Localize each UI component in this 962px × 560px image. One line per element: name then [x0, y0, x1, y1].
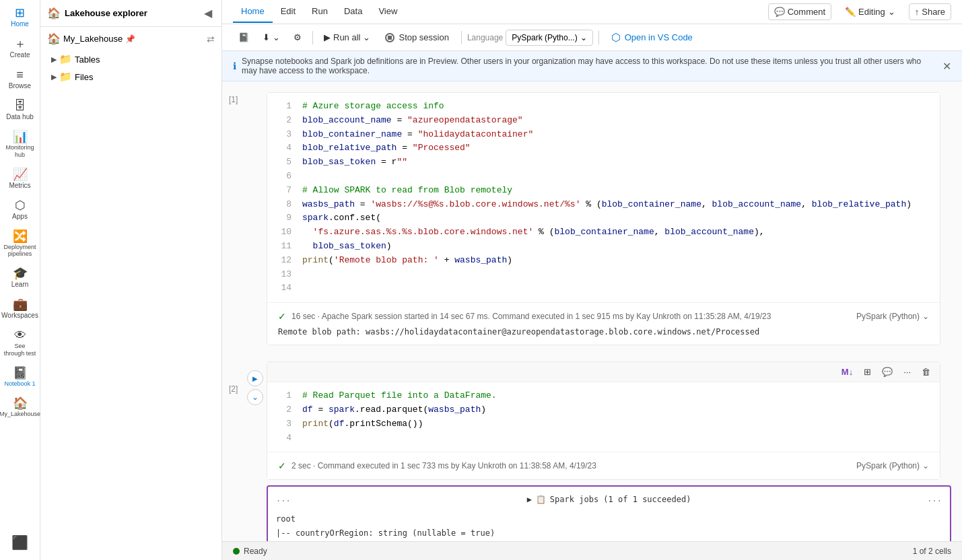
notebook-icon-btn[interactable]: 📓 [233, 30, 254, 45]
cell2-toolbar: M↓ ⊞ 💬 ··· 🗑 [267, 362, 940, 382]
cell1: 1# Azure storage access info 2blob_accou… [267, 92, 940, 345]
code-line-1: 1# Azure storage access info [278, 100, 929, 114]
sidebar-item-deployment[interactable]: 🔀 Deployment pipelines [3, 226, 38, 262]
sidebar-item-monitoring[interactable]: 📊 Monitoring hub [3, 127, 38, 163]
collapse-panel-button[interactable]: ◀ [201, 5, 215, 21]
stop-session-button[interactable]: Stop session [378, 30, 455, 45]
code-line-6: 6 [278, 170, 929, 184]
info-icon: ℹ [233, 61, 236, 71]
cell2-line-3: 3print(df.printSchema()) [278, 417, 929, 431]
run-all-button[interactable]: ▶ Run all ⌄ [318, 30, 376, 45]
code-line-2: 2blob_account_name = "azureopendatastora… [278, 114, 929, 128]
info-bar: ℹ Synapse notebooks and Spark job defini… [222, 51, 962, 81]
schema-line-root: root [276, 512, 942, 526]
sidebar-item-datahub[interactable]: 🗄 Data hub [3, 96, 38, 125]
tab-view[interactable]: View [370, 1, 405, 23]
sync-icon[interactable]: ⇄ [207, 34, 215, 44]
browse-icon: ≡ [16, 69, 24, 81]
cell1-output-text: Remote blob path: wasbs://holidaydatacon… [278, 324, 929, 339]
tree-item-tables[interactable]: ▶ 📁 Tables [47, 50, 215, 68]
cell2-comment-btn[interactable]: 💬 [878, 365, 897, 379]
share-button[interactable]: ↑ Share [909, 3, 951, 20]
tab-edit[interactable]: Edit [273, 1, 304, 23]
sidebar-item-powerbi[interactable]: ⬛ [3, 532, 38, 553]
sidebar-item-learn[interactable]: 🎓 Learn [3, 263, 38, 293]
stop-circle-icon [385, 33, 394, 42]
tree-item-files[interactable]: ▶ 📁 Files [47, 68, 215, 85]
status-check-icon: ✓ [278, 311, 286, 322]
spark-output-header-row: ··· ▶ 📋 Spark jobs (1 of 1 succeeded) ··… [276, 492, 942, 510]
notebook-toolbar-icon: 📓 [238, 32, 249, 42]
sidebar-item-seethrough[interactable]: 👁 See through test [3, 325, 38, 361]
cell1-exec-num: [1] [229, 95, 238, 104]
cell2-delete-btn[interactable]: 🗑 [918, 365, 934, 379]
spark-jobs-table-icon: 📋 [536, 495, 546, 504]
run-all-icon: ▶ [324, 32, 331, 42]
cell2-output-lang-chevron: ⌄ [922, 461, 929, 470]
spark-output-more[interactable]: ··· [927, 496, 942, 505]
left-panel-header: 🏠 Lakehouse explorer ◀ [40, 0, 221, 27]
tab-data[interactable]: Data [336, 1, 370, 23]
monitoring-icon: 📊 [13, 131, 28, 143]
home-icon: ⊞ [15, 7, 25, 19]
eye-icon: 👁 [14, 329, 26, 341]
lang-chevron-icon: ⌄ [580, 33, 587, 42]
toolbar-sep-3 [598, 31, 599, 44]
download-icon: ⬇ [263, 32, 270, 42]
toolbar-sep-2 [461, 31, 462, 44]
settings-button[interactable]: ⚙ [288, 30, 307, 45]
metrics-icon: 📈 [13, 168, 28, 180]
ready-dot [233, 548, 240, 555]
cell2-exec-num: [2] [229, 384, 238, 394]
main-area: Home Edit Run Data View 💬 Comment ✏️ Edi… [222, 0, 962, 560]
lakehouse-sidebar-icon: 🏠 [13, 397, 28, 409]
cell2-line-1: 1# Read Parquet file into a DataFrame. [278, 389, 929, 403]
folder-icon-files: 📁 [59, 71, 72, 83]
spark-jobs-expand[interactable]: ▶ 📋 Spark jobs (1 of 1 succeeded) [527, 492, 691, 510]
download-button[interactable]: ⬇ ⌄ [257, 30, 285, 45]
menu-tabs: Home Edit Run Data View [233, 1, 405, 23]
cell1-output-status: ✓ 16 sec · Apache Spark session started … [278, 308, 929, 324]
cell2-run-button[interactable]: ▶ [247, 370, 263, 386]
editing-button[interactable]: ✏️ Editing ⌄ [839, 4, 901, 20]
cell2-output-lang[interactable]: PySpark (Python) ⌄ [856, 461, 929, 470]
cell2-expand-button[interactable]: ⌄ [247, 389, 263, 405]
sidebar-item-notebook[interactable]: 📓 Notebook 1 [3, 363, 38, 392]
cell2-code[interactable]: 1# Read Parquet file into a DataFrame. 2… [267, 382, 940, 452]
vscode-icon: ⬡ [611, 31, 621, 44]
sidebar-item-apps[interactable]: ⬡ Apps [3, 195, 38, 225]
language-selector[interactable]: PySpark (Pytho...) ⌄ [506, 30, 592, 46]
code-line-7: 7# Allow SPARK to read from Blob remotel… [278, 184, 929, 198]
status-left: Ready [233, 547, 267, 556]
sidebar-item-metrics[interactable]: 📈 Metrics [3, 164, 38, 194]
cell1-code[interactable]: 1# Azure storage access info 2blob_accou… [267, 93, 940, 302]
cell2-more-btn[interactable]: ··· [899, 365, 915, 379]
sidebar-item-browse[interactable]: ≡ Browse [3, 65, 38, 94]
cells-count: 1 of 2 cells [913, 547, 951, 556]
lakehouse-name-row: 🏠 My_Lakehouse 📌 ⇄ [40, 27, 221, 48]
cell2-table-btn[interactable]: ⊞ [860, 365, 875, 379]
sidebar-item-workspaces[interactable]: 💼 Workspaces [3, 294, 38, 324]
cell2-markdown-btn[interactable]: M↓ [837, 365, 857, 379]
code-line-8: 8wasbs_path = 'wasbs://%s@%s.blob.core.w… [278, 198, 929, 212]
info-close-button[interactable]: ✕ [942, 60, 951, 73]
output-lang-chevron: ⌄ [922, 312, 929, 321]
sidebar-item-home[interactable]: ⊞ Home [3, 3, 38, 32]
open-vscode-button[interactable]: ⬡ Open in VS Code [605, 28, 699, 46]
cell2-status-check-icon: ✓ [278, 460, 286, 471]
sidebar-item-create[interactable]: ＋ Create [3, 34, 38, 63]
tree-arrow-tables: ▶ [51, 55, 57, 64]
comment-button[interactable]: 💬 Comment [768, 3, 831, 20]
schema-line-1: |-- countryOrRegion: string (nullable = … [276, 526, 942, 540]
cell2: ▶ ⌄ M↓ ⊞ 💬 ··· 🗑 1# Read Parquet file in… [267, 361, 940, 480]
download-chevron: ⌄ [273, 32, 280, 42]
powerbi-icon: ⬛ [11, 536, 28, 549]
tab-run[interactable]: Run [304, 1, 336, 23]
notebook-content[interactable]: ℹ Synapse notebooks and Spark job defini… [222, 51, 962, 541]
sidebar-item-mylakehouse[interactable]: 🏠 My_Lakehouse [3, 393, 38, 422]
code-line-13: 13 [278, 268, 929, 282]
cell1-output-lang[interactable]: PySpark (Python) ⌄ [856, 312, 929, 321]
pin-icon[interactable]: 📌 [125, 34, 135, 44]
tab-home[interactable]: Home [233, 1, 273, 23]
tree-section: ▶ 📁 Tables ▶ 📁 Files [40, 48, 221, 88]
